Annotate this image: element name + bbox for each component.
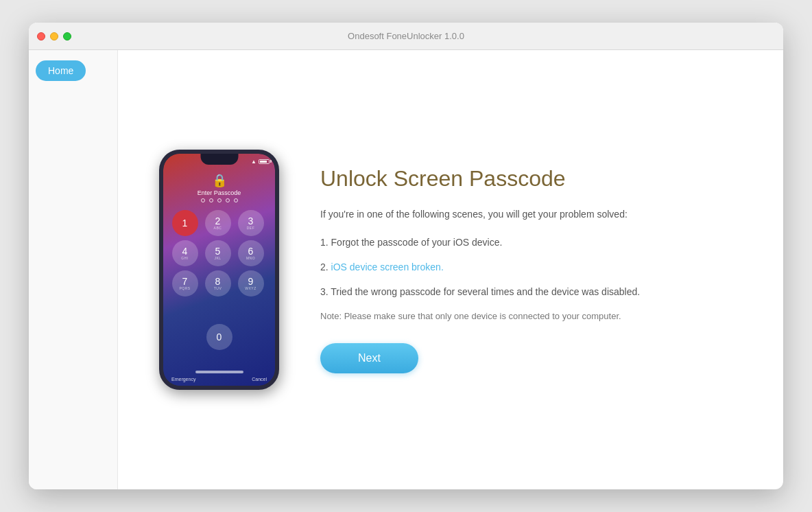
key-2[interactable]: 2 ABC — [205, 210, 231, 236]
dot-3 — [217, 198, 222, 202]
zero-row: 0 — [206, 324, 232, 350]
key-9[interactable]: 9 WXYZ — [238, 270, 264, 296]
sidebar: Home — [29, 50, 118, 489]
phone-mockup: ▲ 🔒 Enter Passcode — [159, 150, 279, 390]
cancel-label: Cancel — [252, 377, 267, 382]
app-window: Ondesoft FoneUnlocker 1.0.0 Home ▲ — [29, 23, 783, 489]
dot-1 — [201, 198, 205, 202]
titlebar: Ondesoft FoneUnlocker 1.0.0 — [29, 23, 783, 50]
dot-4 — [226, 198, 230, 202]
key-1[interactable]: 1 — [172, 210, 198, 236]
phone-frame: ▲ 🔒 Enter Passcode — [159, 150, 279, 390]
intro-description: If you're in one of the following scenes… — [320, 207, 742, 222]
main-content: ▲ 🔒 Enter Passcode — [118, 50, 783, 489]
passcode-dots — [201, 198, 238, 202]
key-6[interactable]: 6 MNO — [238, 240, 264, 266]
battery-icon — [259, 159, 270, 164]
right-content: Unlock Screen Passcode If you're in one … — [320, 166, 742, 373]
numpad: 1 2 ABC 3 DEF 4 — [172, 210, 267, 296]
phone-screen: ▲ 🔒 Enter Passcode — [163, 154, 275, 386]
enter-passcode-label: Enter Passcode — [163, 189, 275, 196]
step-1: 1. Forgot the passcode of your iOS devic… — [320, 235, 742, 250]
step-2-prefix: 2. — [320, 261, 331, 272]
home-indicator — [195, 371, 243, 373]
key-4[interactable]: 4 GHI — [172, 240, 198, 266]
key-0[interactable]: 0 — [206, 324, 232, 350]
lock-icon: 🔒 — [212, 173, 227, 188]
dot-2 — [209, 198, 213, 202]
phone-notch — [200, 154, 238, 165]
content-area: Home ▲ — [29, 50, 783, 489]
status-icons: ▲ — [251, 159, 270, 165]
dot-5 — [234, 198, 238, 202]
key-7[interactable]: 7 PQRS — [172, 270, 198, 296]
key-5[interactable]: 5 JKL — [205, 240, 231, 266]
step-2: 2. iOS device screen broken. — [320, 259, 742, 275]
step-2-highlight: iOS device screen broken. — [331, 261, 444, 272]
note-text: Note: Please make sure that only one dev… — [320, 310, 742, 324]
window-title: Ondesoft FoneUnlocker 1.0.0 — [348, 31, 464, 41]
maximize-button[interactable] — [63, 32, 71, 40]
emergency-label: Emergency — [171, 377, 195, 382]
minimize-button[interactable] — [50, 32, 58, 40]
home-button[interactable]: Home — [36, 60, 86, 81]
key-8[interactable]: 8 TUV — [205, 270, 231, 296]
key-3[interactable]: 3 DEF — [238, 210, 264, 236]
traffic-lights — [37, 32, 71, 40]
step-3: 3. Tried the wrong passcode for several … — [320, 284, 742, 299]
page-title: Unlock Screen Passcode — [320, 166, 742, 191]
wifi-icon: ▲ — [251, 159, 256, 165]
phone-bottom-actions: Emergency Cancel — [163, 377, 275, 382]
next-button[interactable]: Next — [320, 343, 418, 373]
close-button[interactable] — [37, 32, 45, 40]
